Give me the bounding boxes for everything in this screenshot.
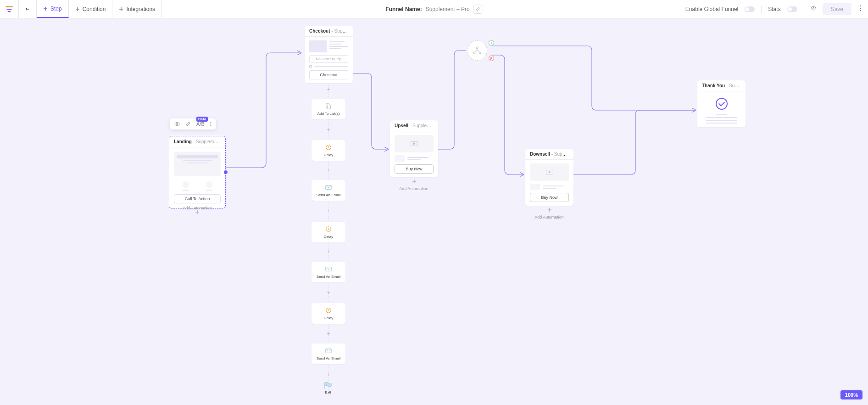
add-automation-link[interactable]: Add Automation [399, 186, 428, 191]
preview-button[interactable] [811, 6, 816, 12]
node-label: Send An Email [317, 356, 340, 360]
tab-step[interactable]: Step [37, 0, 69, 18]
add-auto-label: Add Automation [534, 215, 564, 219]
svg-point-17 [473, 52, 475, 54]
branch-icon [473, 46, 482, 55]
save-button[interactable]: Save [823, 3, 851, 15]
send-email-node[interactable]: Send An Email [312, 343, 345, 364]
add-step-below-button[interactable] [411, 178, 417, 185]
delay-node[interactable]: Delay [312, 140, 345, 161]
output-port[interactable] [223, 169, 228, 175]
send-email-node[interactable]: Send An Email [312, 262, 345, 282]
toolbar-ab-button[interactable]: Beta A/B [196, 121, 205, 127]
node-subtitle: - Supplement T... [726, 83, 746, 88]
node-subtitle: - Supplement U... [410, 123, 438, 128]
more-menu-button[interactable] [858, 5, 863, 13]
play-icon [411, 141, 418, 146]
clock-icon [325, 225, 332, 233]
zoom-indicator[interactable]: 100% [840, 390, 862, 399]
buy-label: Buy Now [541, 195, 557, 200]
tab-condition[interactable]: Condition [69, 0, 113, 18]
stats-toggle[interactable] [787, 6, 797, 12]
add-step-below-button[interactable] [546, 207, 553, 213]
add-auto-label: Add Automation [399, 186, 428, 191]
buy-now-button[interactable]: Buy Now [395, 164, 434, 174]
add-automation-link[interactable]: Add Automation [183, 206, 212, 210]
node-header: Downsell - Supplement D... [525, 149, 573, 160]
clock-icon [325, 307, 332, 314]
node-title: Thank You [702, 83, 725, 88]
add-node-button[interactable]: + [327, 208, 330, 214]
node-subtitle: - Supplement C... [331, 28, 353, 34]
svg-rect-13 [326, 267, 331, 271]
save-label: Save [831, 6, 843, 12]
svg-point-3 [860, 10, 862, 11]
funnel-name-value: Supplement – Pro [426, 6, 470, 12]
exit-node[interactable]: Exit [324, 382, 332, 394]
tab-integrations-label: Integrations [126, 6, 155, 12]
thumbnail-dots [174, 181, 221, 191]
node-title: Landing [174, 139, 192, 144]
funnel-name-group: Funnel Name: Supplement – Pro [385, 5, 482, 14]
cta-button[interactable]: Call To Action [174, 194, 221, 203]
funnel-name-label: Funnel Name: [385, 6, 422, 12]
thumbnail-sub [395, 155, 434, 162]
checkout-step-node[interactable]: Checkout - Supplement C... No Order Bump… [305, 26, 353, 83]
thankyou-step-node[interactable]: Thank You - Supplement T... [697, 80, 746, 127]
svg-rect-9 [327, 105, 330, 109]
checkout-button[interactable]: Checkout [309, 70, 348, 79]
delay-node[interactable]: Delay [312, 303, 345, 324]
condition-true-badge: T [489, 40, 494, 45]
landing-step-node[interactable]: Landing - Supplement La... Call To Actio… [169, 136, 226, 208]
upsell-step-node[interactable]: Upsell - Supplement U... Buy Now [390, 120, 438, 177]
page-thumbnail [309, 40, 348, 52]
add-node-button[interactable]: + [327, 331, 330, 336]
zoom-label: 100% [845, 392, 858, 398]
node-label: Send An Email [317, 275, 340, 279]
enable-global-label: Enable Global Funnel [685, 6, 738, 12]
beta-badge: Beta [196, 117, 208, 122]
add-node-button[interactable]: + [327, 290, 330, 295]
enable-global-toggle[interactable] [745, 6, 755, 12]
add-node-button[interactable]: + [327, 372, 330, 377]
toolbar-edit-button[interactable] [185, 121, 191, 127]
email-icon [325, 265, 332, 273]
app-logo[interactable] [0, 5, 18, 13]
node-body [697, 91, 746, 127]
ab-label: A/B [196, 121, 205, 127]
node-body: No Order Bump Checkout [305, 37, 353, 83]
thumbnail-lines [702, 114, 741, 124]
tab-condition-label: Condition [83, 6, 106, 12]
edit-name-button[interactable] [473, 5, 483, 14]
connectors-layer [0, 18, 868, 405]
node-label: Send An Email [317, 193, 340, 197]
divider [761, 6, 762, 13]
add-node-button[interactable]: + [327, 167, 330, 173]
send-email-node[interactable]: Send An Email [312, 180, 345, 201]
toolbar-more-button[interactable] [210, 121, 211, 127]
checkbox-row [309, 65, 348, 68]
add-node-button[interactable]: + [327, 86, 330, 92]
buy-now-button[interactable]: Buy Now [530, 193, 569, 202]
tab-integrations[interactable]: Integrations [112, 0, 162, 18]
svg-rect-15 [326, 349, 331, 353]
add-auto-label: Add Automation [183, 206, 212, 210]
downsell-step-node[interactable]: Downsell - Supplement D... Buy Now [525, 149, 573, 206]
flag-icon [324, 382, 332, 389]
node-label: Delay [324, 316, 333, 320]
divider [804, 6, 804, 13]
order-bump-slot[interactable]: No Order Bump [309, 55, 348, 63]
add-to-list-node[interactable]: Add To List(s) [312, 99, 345, 119]
back-button[interactable] [18, 0, 37, 18]
svg-point-2 [860, 8, 862, 9]
add-node-button[interactable]: + [327, 249, 330, 254]
condition-node[interactable]: T F [467, 40, 487, 61]
header-right: Enable Global Funnel Stats Save [685, 3, 868, 15]
funnel-canvas[interactable]: Beta A/B Landing - Supplement La... Call… [0, 18, 868, 405]
toolbar-view-button[interactable] [174, 121, 180, 127]
add-node-button[interactable]: + [327, 127, 330, 132]
delay-node[interactable]: Delay [312, 222, 345, 242]
node-label: Delay [324, 235, 333, 239]
add-automation-link[interactable]: Add Automation [534, 215, 564, 219]
order-bump-label: No Order Bump [316, 57, 341, 61]
